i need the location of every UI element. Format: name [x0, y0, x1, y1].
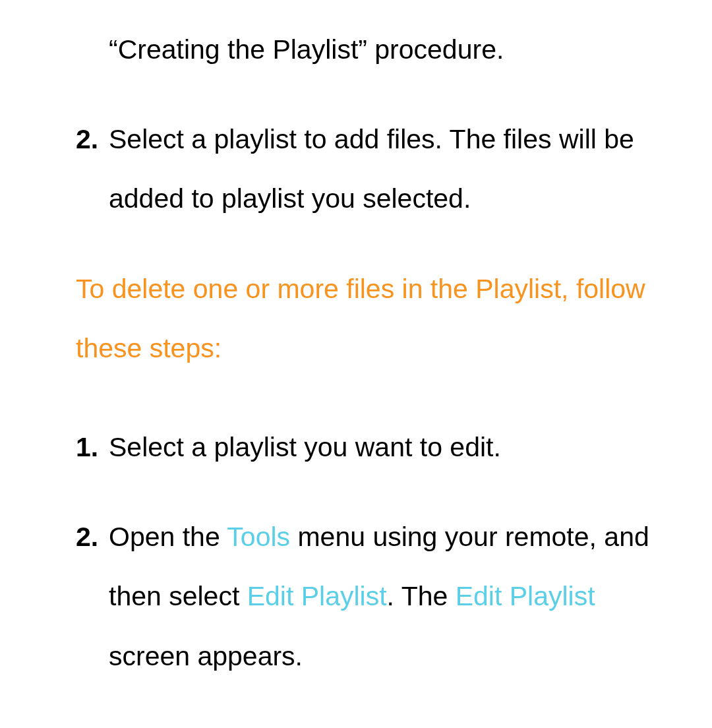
- delete-step-3: 3. Select a file you want to delete. The: [76, 716, 679, 728]
- edit-playlist-label: Edit Playlist: [247, 581, 387, 611]
- step-number: 2.: [76, 507, 109, 686]
- step-content: Select a file you want to delete. The: [109, 716, 679, 728]
- procedure-text: “Creating the Playlist” procedure.: [109, 34, 504, 65]
- step-content: Select a playlist to add files. The file…: [109, 109, 679, 228]
- step-number: 2.: [76, 109, 109, 228]
- continued-text: “Creating the Playlist” procedure.: [76, 20, 679, 79]
- step-content: Select a playlist you want to edit.: [109, 417, 679, 477]
- step-number: 3.: [76, 716, 109, 728]
- delete-section-heading: To delete one or more files in the Playl…: [76, 259, 679, 378]
- text-prefix: Open the: [109, 522, 227, 552]
- step-number: 1.: [76, 417, 109, 477]
- delete-step-1: 1. Select a playlist you want to edit.: [76, 417, 679, 477]
- delete-step-2: 2. Open the Tools menu using your remote…: [76, 507, 679, 686]
- edit-playlist-label-2: Edit Playlist: [456, 581, 595, 611]
- add-step-2: 2. Select a playlist to add files. The f…: [76, 109, 679, 228]
- text-suffix: screen appears.: [109, 641, 303, 671]
- tools-label: Tools: [227, 522, 290, 552]
- text-period: . The: [387, 581, 456, 611]
- step-content: Open the Tools menu using your remote, a…: [109, 507, 679, 686]
